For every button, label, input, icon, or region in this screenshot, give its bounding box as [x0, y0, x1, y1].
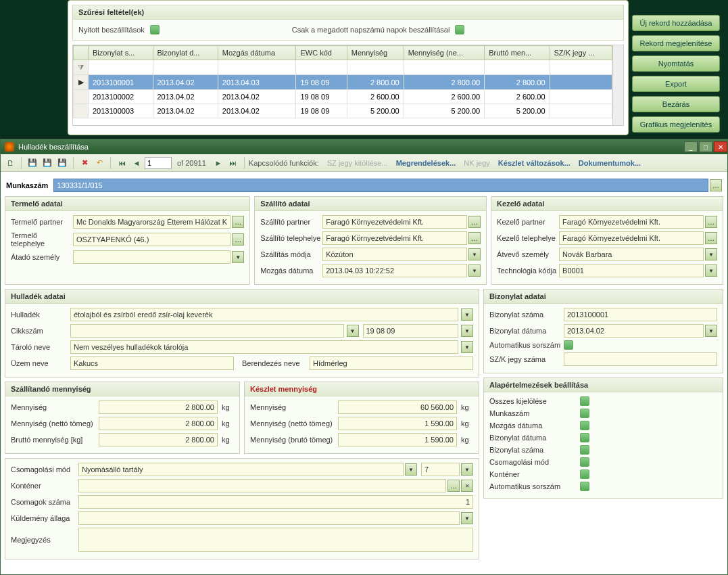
grid-header[interactable]: EWC kód: [296, 46, 347, 60]
graph-button[interactable]: Grafikus megjelenítés: [632, 116, 720, 133]
first-page-icon[interactable]: ⏮: [115, 156, 128, 170]
new-icon[interactable]: 🗋: [3, 156, 17, 170]
kezelo-partner-combo[interactable]: Faragó Környezetvédelmi Kft.: [559, 215, 704, 229]
table-row[interactable]: 20131000032013.04.022013.04.0219 08 095 …: [74, 104, 612, 118]
grid-filter-cell[interactable]: [153, 60, 218, 75]
kontener-lookup[interactable]: [447, 480, 460, 492]
szallito-partner-combo[interactable]: Faragó Környezetvédelmi Kft.: [322, 215, 467, 229]
termelo-partner-combo[interactable]: Mc Donalds Magyarország Étterem Hálózat …: [73, 215, 230, 229]
grid-header[interactable]: SZ/K jegy ...: [550, 46, 612, 60]
munkaszam-lookup-button[interactable]: [710, 179, 722, 191]
filter-open-check[interactable]: [150, 25, 160, 34]
print-button[interactable]: Nyomtatás: [632, 55, 720, 72]
grid-header[interactable]: Mennyiség (ne...: [404, 46, 485, 60]
hulladek-drop[interactable]: [461, 308, 473, 321]
filter-days-check[interactable]: [455, 25, 464, 34]
csom-count-drop[interactable]: [461, 463, 473, 476]
kontener-clear[interactable]: [461, 480, 473, 492]
szall-netto[interactable]: [99, 417, 218, 430]
grid-filter-cell[interactable]: [347, 60, 404, 75]
default-item-check[interactable]: [580, 445, 589, 455]
last-page-icon[interactable]: ⏭: [226, 156, 240, 170]
save-icon[interactable]: 💾: [26, 156, 39, 170]
save-all-icon[interactable]: 💾: [41, 156, 54, 170]
records-grid[interactable]: Bizonylat s...Bizonylat d...Mozgás dátum…: [73, 45, 612, 118]
csom-count-combo[interactable]: 7: [421, 463, 460, 476]
bizonylat-datuma-drop[interactable]: [705, 325, 717, 337]
bizonylat-szama[interactable]: [564, 308, 717, 321]
link-megrendelesek[interactable]: Megrendelések...: [396, 159, 456, 167]
kuldemeny-drop[interactable]: [461, 512, 473, 524]
grid-header[interactable]: Mozgás dátuma: [218, 46, 296, 60]
csom-mod-combo[interactable]: Nyomásálló tartály: [78, 463, 404, 476]
szallito-telephely-combo[interactable]: Faragó Környezetvédelmi Kft.: [322, 231, 467, 245]
szall-brutto[interactable]: [99, 433, 218, 446]
filter-funnel-icon[interactable]: ⧩: [74, 60, 89, 75]
page-input[interactable]: [145, 157, 172, 169]
grid-header[interactable]: Bizonylat s...: [89, 46, 153, 60]
prev-page-icon[interactable]: ◄: [130, 156, 143, 170]
kezelo-atvevo-combo[interactable]: Novák Barbara: [559, 248, 704, 261]
new-record-button[interactable]: Új rekord hozzáadása: [632, 15, 720, 31]
keszlet-brutto[interactable]: [338, 433, 457, 446]
link-szjegy[interactable]: SZ jegy kitöltése...: [327, 159, 388, 167]
keszlet-netto[interactable]: [338, 417, 457, 430]
grid-filter-cell[interactable]: [89, 60, 153, 75]
default-item-check[interactable]: [580, 433, 589, 442]
kontener-combo[interactable]: [78, 479, 446, 492]
grid-scrollbar[interactable]: [612, 45, 623, 125]
grid-filter-cell[interactable]: [550, 60, 612, 75]
ewc-combo[interactable]: 19 08 09: [363, 324, 459, 338]
munkaszam-input[interactable]: [53, 179, 708, 192]
table-row[interactable]: 20131000022013.04.022013.04.0219 08 092 …: [74, 90, 612, 104]
grid-filter-cell[interactable]: [485, 60, 550, 75]
termelo-partner-lookup[interactable]: [232, 216, 244, 228]
window-close-button[interactable]: ✕: [714, 141, 727, 152]
keszlet-mennyiseg[interactable]: [338, 400, 457, 414]
default-item-check[interactable]: [580, 482, 589, 491]
termelo-telephely-combo[interactable]: OSZTYAPENKÓ (46.): [73, 233, 230, 246]
szallito-mozgas-drop[interactable]: [468, 264, 481, 277]
link-dokumentumok[interactable]: Dokumentumok...: [579, 159, 641, 167]
bizonylat-szk[interactable]: [564, 352, 717, 366]
close-button[interactable]: Bezárás: [632, 96, 720, 112]
kuldemeny-combo[interactable]: [78, 511, 460, 525]
window-max-button[interactable]: □: [699, 141, 712, 152]
default-item-check[interactable]: [580, 396, 589, 406]
szallito-partner-lookup[interactable]: [468, 216, 481, 228]
uzem-input[interactable]: [70, 356, 234, 370]
szallito-mozgas-input[interactable]: 2013.04.03 10:22:52: [322, 264, 467, 277]
cikkszam-combo[interactable]: [70, 324, 344, 338]
default-item-check[interactable]: [580, 469, 589, 479]
csom-mod-drop[interactable]: [405, 463, 417, 476]
kezelo-atvevo-drop[interactable]: [705, 248, 717, 260]
delete-icon[interactable]: ✖: [78, 156, 91, 170]
grid-header[interactable]: Bruttó men...: [485, 46, 550, 60]
kezelo-partner-lookup[interactable]: [705, 216, 717, 228]
ewc-drop[interactable]: [461, 325, 473, 337]
megjegyzes-input[interactable]: [78, 528, 473, 552]
grid-filter-cell[interactable]: [218, 60, 296, 75]
szall-mennyiseg[interactable]: [99, 400, 218, 414]
szallito-modja-combo[interactable]: Közúton: [322, 248, 467, 261]
termelo-atado-combo[interactable]: [73, 250, 230, 264]
kezelo-tech-drop[interactable]: [705, 264, 717, 277]
default-item-check[interactable]: [580, 457, 589, 467]
kezelo-telephely-lookup[interactable]: [705, 232, 717, 244]
grid-header[interactable]: Bizonylat d...: [153, 46, 218, 60]
tarolo-drop[interactable]: [461, 341, 473, 353]
kezelo-telephely-combo[interactable]: Faragó Környezetvédelmi Kft.: [559, 231, 704, 245]
next-page-icon[interactable]: ►: [212, 156, 225, 170]
cikkszam-drop[interactable]: [347, 325, 359, 337]
table-row[interactable]: ▶20131000012013.04.022013.04.0319 08 092…: [74, 75, 612, 90]
grid-filter-cell[interactable]: [404, 60, 485, 75]
grid-header[interactable]: Mennyiség: [347, 46, 404, 60]
window-min-button[interactable]: _: [684, 141, 698, 152]
hulladek-combo[interactable]: étolajból és zsírból eredő zsír-olaj kev…: [70, 308, 458, 321]
link-keszlet[interactable]: Készlet változások...: [498, 159, 571, 167]
termelo-atado-drop[interactable]: [232, 251, 244, 263]
kezelo-tech-combo[interactable]: B0001: [559, 264, 704, 277]
csomagok-input[interactable]: [78, 495, 473, 509]
szallito-modja-drop[interactable]: [468, 248, 481, 260]
bizonylat-auto-check[interactable]: [564, 340, 573, 350]
